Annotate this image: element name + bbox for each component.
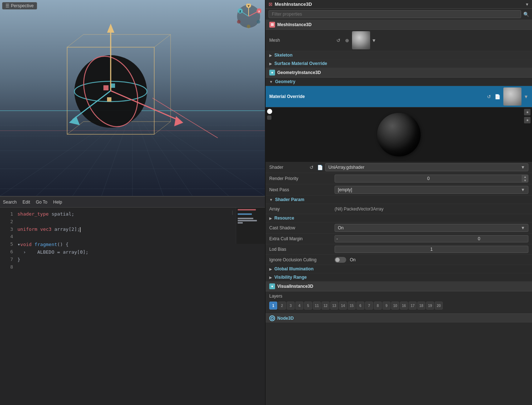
layer-3[interactable]: 3 bbox=[287, 302, 295, 310]
visual-instance-section-header: ● VisualInstance3D bbox=[266, 282, 532, 291]
lod-bias-value: 1 bbox=[335, 246, 528, 253]
preview-dot-1[interactable] bbox=[267, 109, 272, 114]
shader-dropdown[interactable]: UniArray.gdshader ▼ bbox=[325, 163, 528, 171]
extra-cull-spinner[interactable]: - 0 bbox=[335, 235, 528, 242]
ignore-occlusion-label: Ignore Occlusion Culling bbox=[269, 257, 335, 262]
skeleton-collapse-arrow: ▶ bbox=[269, 53, 272, 57]
menu-search[interactable]: Search bbox=[3, 200, 17, 205]
mesh-dropdown-arrow[interactable]: ▼ bbox=[372, 38, 376, 43]
layer-12[interactable]: 12 bbox=[322, 302, 330, 310]
layer-11[interactable]: 11 bbox=[313, 302, 321, 310]
perspective-label[interactable]: ☰ Perspective bbox=[2, 2, 37, 9]
gizmo-axis[interactable]: Y X Z bbox=[236, 4, 261, 29]
viewport-grid bbox=[0, 0, 265, 196]
layer-8[interactable]: 8 bbox=[374, 302, 382, 310]
layer-7[interactable]: 7 bbox=[365, 302, 373, 310]
layer-17[interactable]: 17 bbox=[409, 302, 417, 310]
shader-param-row[interactable]: ▼ Shader Param bbox=[266, 196, 532, 204]
next-pass-row: Next Pass [empty] ▼ bbox=[266, 184, 532, 196]
code-line-1: shader_type spatial; bbox=[17, 210, 262, 218]
menu-goto[interactable]: Go To bbox=[36, 200, 48, 205]
code-area[interactable]: shader_type spatial; uniform vec3 array[… bbox=[15, 208, 265, 405]
viewport-background bbox=[0, 0, 265, 196]
svg-text:Y: Y bbox=[247, 4, 250, 8]
inspector-header: ⊠ MeshInstance3D ▼ bbox=[266, 0, 532, 9]
menu-help[interactable]: Help bbox=[53, 200, 62, 205]
surface-material-row[interactable]: ▶ Surface Material Override bbox=[266, 60, 532, 68]
cast-shadow-dropdown[interactable]: On ▼ bbox=[335, 224, 528, 232]
array-row: Array (Nil) PackedVector3Array bbox=[266, 204, 532, 214]
preview-env-btn[interactable]: ☀ bbox=[524, 117, 531, 123]
mesh-instance-section-header: ⊠ MeshInstance3D bbox=[266, 20, 532, 30]
svg-point-50 bbox=[247, 25, 250, 28]
surface-material-label: Surface Material Override bbox=[274, 61, 327, 66]
keyword-shader-type: shader_type bbox=[17, 210, 49, 218]
skeleton-label: Skeleton bbox=[274, 53, 292, 58]
mesh-reset-btn[interactable]: ↺ bbox=[335, 37, 342, 44]
code-line-3: uniform vec3 array[2]; bbox=[17, 226, 262, 233]
layer-16[interactable]: 16 bbox=[400, 302, 408, 310]
geometry-collapsible-row[interactable]: ▼ Geometry bbox=[266, 78, 532, 86]
layers-grid: 1 2 3 4 5 11 12 13 14 15 6 7 8 9 10 16 1… bbox=[269, 300, 443, 311]
layer-9[interactable]: 9 bbox=[382, 302, 390, 310]
layer-19[interactable]: 19 bbox=[426, 302, 434, 310]
layer-13[interactable]: 13 bbox=[330, 302, 338, 310]
extra-cull-minus: - bbox=[335, 236, 430, 242]
layer-15[interactable]: 15 bbox=[348, 302, 356, 310]
skeleton-row[interactable]: ▶ Skeleton bbox=[266, 51, 532, 60]
svg-rect-31 bbox=[103, 85, 109, 90]
render-priority-label: Render Priority bbox=[269, 176, 335, 181]
layer-18[interactable]: 18 bbox=[417, 302, 425, 310]
viewport[interactable]: ☰ Perspective Y X Z bbox=[0, 0, 265, 196]
lod-bias-spinner[interactable]: 1 bbox=[335, 246, 528, 253]
material-reset-btn[interactable]: ↺ bbox=[485, 93, 492, 100]
shader-dropdown-arrow: ▼ bbox=[521, 165, 525, 170]
material-file-btn[interactable]: 📄 bbox=[494, 93, 501, 100]
menu-edit[interactable]: Edit bbox=[22, 200, 30, 205]
code-line-5: ▾ void fragment () { bbox=[17, 241, 262, 249]
next-pass-label: Next Pass bbox=[269, 187, 335, 192]
ignore-occlusion-toggle[interactable] bbox=[335, 257, 346, 263]
layer-6[interactable]: 6 bbox=[356, 302, 364, 310]
layer-2[interactable]: 2 bbox=[278, 302, 286, 310]
shader-file-btn[interactable]: 📄 bbox=[316, 164, 324, 171]
ignore-occlusion-row: Ignore Occlusion Culling On bbox=[266, 255, 532, 265]
layer-5[interactable]: 5 bbox=[304, 302, 312, 310]
shader-reset-btn[interactable]: ↺ bbox=[308, 164, 315, 171]
global-illumination-row[interactable]: ▶ Global Illumination bbox=[266, 265, 532, 273]
layer-1[interactable]: 1 bbox=[269, 302, 277, 310]
spinner-up-btn[interactable]: ▲ bbox=[522, 175, 528, 179]
inspector-title: MeshInstance3D bbox=[275, 1, 525, 7]
lod-bias-number: 1 bbox=[335, 246, 528, 253]
layer-14[interactable]: 14 bbox=[339, 302, 347, 310]
spinner-down-btn[interactable]: ▼ bbox=[522, 179, 528, 182]
keyword-vec3: vec3 bbox=[40, 226, 52, 233]
preview-dot-2[interactable] bbox=[267, 115, 271, 120]
resource-label: Resource bbox=[274, 216, 294, 221]
shader-param-label: Shader Param bbox=[275, 197, 304, 202]
resource-row[interactable]: ▶ Resource bbox=[266, 214, 532, 222]
code-line-7: } bbox=[17, 256, 262, 264]
layer-4[interactable]: 4 bbox=[295, 302, 303, 310]
layer-10[interactable]: 10 bbox=[391, 302, 399, 310]
material-dropdown-arrow[interactable]: ▼ bbox=[524, 94, 528, 99]
visibility-range-row[interactable]: ▶ Visibility Range bbox=[266, 273, 532, 282]
next-pass-value-text: [empty] bbox=[338, 187, 352, 192]
extra-cull-label: Extra Cull Margin bbox=[269, 236, 335, 241]
svg-rect-33 bbox=[107, 97, 111, 102]
inspector-dropdown-arrow[interactable]: ▼ bbox=[525, 2, 529, 7]
material-override-icons: ↺ 📄 bbox=[485, 93, 501, 100]
code-line-8 bbox=[17, 264, 262, 271]
code-content[interactable]: 1 2 3 4 5 6 7 8 shader_type spatial; uni… bbox=[0, 208, 265, 405]
shader-value: ↺ 📄 UniArray.gdshader ▼ bbox=[308, 163, 528, 171]
preview-sun-btn[interactable]: ☀ bbox=[524, 109, 531, 115]
mesh-add-btn[interactable]: ⊕ bbox=[343, 37, 351, 44]
cast-shadow-row: Cast Shadow On ▼ bbox=[266, 222, 532, 234]
next-pass-dropdown[interactable]: [empty] ▼ bbox=[335, 186, 528, 194]
render-priority-spinner[interactable]: 0 ▲ ▼ bbox=[335, 175, 528, 183]
lod-bias-row: Lod Bias 1 bbox=[266, 244, 532, 255]
shader-value-text: UniArray.gdshader bbox=[328, 165, 364, 170]
perspective-label-text: Perspective bbox=[11, 3, 34, 8]
filter-input[interactable] bbox=[269, 10, 521, 18]
layer-20[interactable]: 20 bbox=[435, 302, 443, 310]
